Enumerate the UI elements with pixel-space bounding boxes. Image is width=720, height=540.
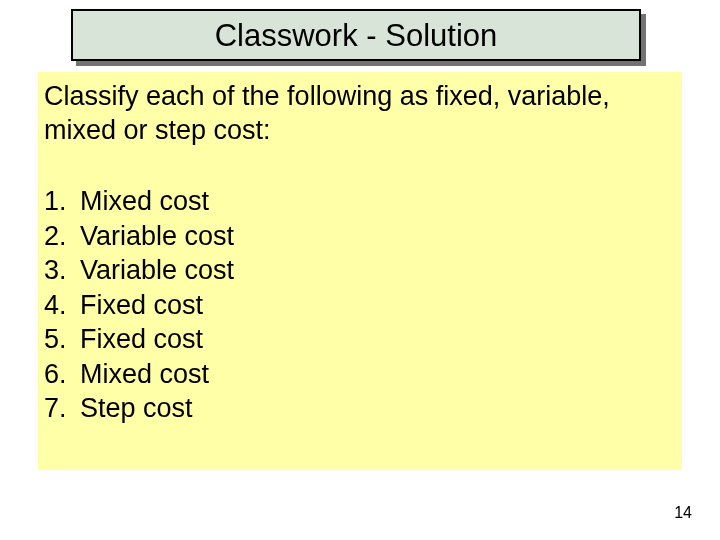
instruction-text: Classify each of the following as fixed,… — [44, 80, 674, 148]
item-text: Variable cost — [80, 219, 234, 254]
item-text: Mixed cost — [80, 357, 209, 392]
list-item: 3. Variable cost — [44, 253, 234, 288]
list-item: 4. Fixed cost — [44, 288, 234, 323]
list-item: 6. Mixed cost — [44, 357, 234, 392]
title-box: Classwork - Solution — [71, 9, 641, 61]
item-number: 7. — [44, 391, 80, 426]
item-text: Step cost — [80, 391, 193, 426]
item-number: 4. — [44, 288, 80, 323]
item-text: Fixed cost — [80, 322, 203, 357]
answer-list: 1. Mixed cost 2. Variable cost 3. Variab… — [44, 184, 234, 426]
list-item: 7. Step cost — [44, 391, 234, 426]
slide-title: Classwork - Solution — [215, 20, 498, 51]
slide: Classwork - Solution Classify each of th… — [0, 0, 720, 540]
item-number: 5. — [44, 322, 80, 357]
page-number: 14 — [674, 504, 692, 522]
item-number: 2. — [44, 219, 80, 254]
item-text: Variable cost — [80, 253, 234, 288]
item-text: Mixed cost — [80, 184, 209, 219]
item-number: 1. — [44, 184, 80, 219]
list-item: 1. Mixed cost — [44, 184, 234, 219]
item-text: Fixed cost — [80, 288, 203, 323]
item-number: 3. — [44, 253, 80, 288]
item-number: 6. — [44, 357, 80, 392]
list-item: 5. Fixed cost — [44, 322, 234, 357]
list-item: 2. Variable cost — [44, 219, 234, 254]
